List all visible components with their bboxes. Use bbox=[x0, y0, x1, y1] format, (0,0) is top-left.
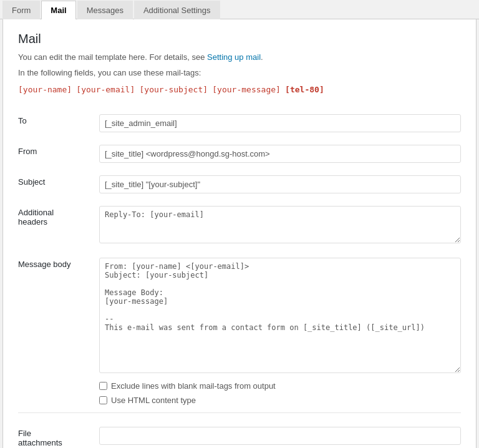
mail-form-table: To From Subject bbox=[18, 108, 461, 381]
file-attachments-table: File attachments bbox=[18, 421, 461, 448]
divider bbox=[18, 412, 461, 413]
use-html-label: Use HTML content type bbox=[111, 396, 196, 405]
subject-row: Subject bbox=[18, 169, 461, 200]
exclude-blank-row: Exclude lines with blank mail-tags from … bbox=[99, 381, 461, 391]
from-input-cell bbox=[93, 139, 461, 169]
to-input-cell bbox=[93, 108, 461, 139]
additional-headers-textarea[interactable] bbox=[99, 206, 461, 243]
additional-headers-label: Additional headers bbox=[18, 200, 93, 251]
file-attachments-row: File attachments bbox=[18, 421, 461, 448]
message-body-label: Message body bbox=[18, 251, 93, 381]
to-row: To bbox=[18, 108, 461, 139]
description-line1: You can edit the mail template here. For… bbox=[18, 51, 461, 64]
setting-up-mail-link[interactable]: Setting up mail bbox=[207, 52, 261, 62]
file-attachments-input[interactable] bbox=[99, 427, 461, 445]
to-label: To bbox=[18, 108, 93, 139]
subject-input[interactable] bbox=[99, 175, 461, 193]
file-attachments-label: File attachments bbox=[18, 421, 93, 448]
mail-tags: [your-name] [your-email] [your-subject] … bbox=[18, 82, 461, 97]
message-body-textarea[interactable] bbox=[99, 258, 461, 373]
tag-your-message: [your-message] bbox=[212, 85, 281, 94]
message-body-input-cell bbox=[93, 251, 461, 381]
tag-your-email: [your-email] bbox=[76, 85, 135, 94]
tab-messages[interactable]: Messages bbox=[77, 1, 133, 19]
tab-bar: Form Mail Messages Additional Settings bbox=[0, 0, 479, 19]
from-row: From bbox=[18, 139, 461, 169]
from-input[interactable] bbox=[99, 145, 461, 163]
tag-your-name: [your-name] bbox=[18, 85, 72, 94]
additional-headers-input-cell bbox=[93, 200, 461, 251]
tab-mail[interactable]: Mail bbox=[41, 1, 75, 19]
additional-headers-row: Additional headers bbox=[18, 200, 461, 251]
tab-form[interactable]: Form bbox=[2, 1, 40, 19]
panel-title: Mail bbox=[18, 32, 461, 46]
message-body-row: Message body bbox=[18, 251, 461, 381]
to-input[interactable] bbox=[99, 114, 461, 132]
tag-your-subject: [your-subject] bbox=[139, 85, 208, 94]
use-html-row: Use HTML content type bbox=[99, 396, 461, 405]
exclude-blank-label: Exclude lines with blank mail-tags from … bbox=[111, 381, 276, 391]
exclude-blank-checkbox[interactable] bbox=[99, 382, 107, 390]
use-html-checkbox[interactable] bbox=[99, 396, 107, 404]
subject-label: Subject bbox=[18, 169, 93, 200]
file-attachments-input-cell bbox=[93, 421, 461, 448]
mail-panel: Mail You can edit the mail template here… bbox=[2, 19, 477, 448]
description-line2: In the following fields, you can use the… bbox=[18, 67, 461, 80]
from-label: From bbox=[18, 139, 93, 169]
tab-additional-settings[interactable]: Additional Settings bbox=[134, 1, 220, 19]
subject-input-cell bbox=[93, 169, 461, 200]
tag-tel-80: [tel-80] bbox=[285, 85, 324, 94]
